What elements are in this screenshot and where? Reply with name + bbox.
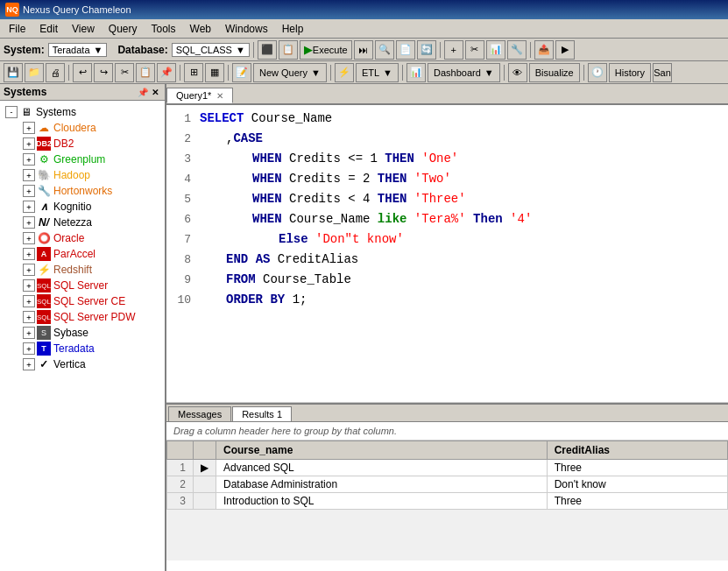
tree-item-greenplum[interactable]: + ⚙ Greenplum bbox=[21, 152, 161, 167]
expander-teradata[interactable]: + bbox=[23, 342, 35, 355]
toolbar-btn-2[interactable]: 📋 bbox=[279, 40, 298, 60]
expander-paraccel[interactable]: + bbox=[23, 248, 35, 260]
kognitio-icon: ∧ bbox=[37, 200, 51, 214]
toolbar-btn-1[interactable]: ⬛ bbox=[258, 40, 277, 60]
toolbar-btn-4[interactable]: 🔍 bbox=[375, 40, 394, 60]
menu-tools[interactable]: Tools bbox=[145, 21, 183, 37]
expander-systems[interactable]: - bbox=[5, 106, 18, 118]
print-btn[interactable]: 🖨 bbox=[46, 63, 65, 82]
etl-btn[interactable]: ETL▼ bbox=[356, 63, 399, 82]
menu-view[interactable]: View bbox=[65, 21, 102, 37]
kw-like: like bbox=[378, 212, 407, 226]
line-num-9: 9 bbox=[170, 271, 191, 290]
system-dropdown[interactable]: Teradata▼ bbox=[48, 43, 108, 57]
toolbar-btn-7[interactable]: + bbox=[444, 40, 463, 60]
toolbar-btn-11[interactable]: 📤 bbox=[534, 40, 554, 60]
db-dropdown[interactable]: SQL_CLASS▼ bbox=[172, 43, 250, 57]
systems-close-btn[interactable]: ✕ bbox=[149, 86, 161, 98]
etl-icon[interactable]: ⚡ bbox=[335, 63, 354, 82]
tree-item-db2[interactable]: + DB2 DB2 bbox=[21, 136, 161, 152]
undo-btn[interactable]: ↩ bbox=[73, 63, 92, 82]
history-btn[interactable]: History bbox=[609, 63, 651, 82]
tree-item-kognitio[interactable]: + ∧ Kognitio bbox=[21, 199, 161, 215]
menu-web[interactable]: Web bbox=[183, 21, 218, 37]
tree-item-sqlserverpdw[interactable]: + SQL SQL Server PDW bbox=[21, 309, 161, 325]
tree-item-teradata[interactable]: + T Teradata bbox=[21, 341, 161, 356]
kw-when-4: WHEN bbox=[252, 172, 282, 186]
redshift-icon: ⚡ bbox=[37, 263, 51, 277]
expander-sybase[interactable]: + bbox=[23, 327, 35, 339]
save-btn[interactable]: 💾 bbox=[4, 63, 23, 82]
query1-tab[interactable]: Query1* ✕ bbox=[166, 88, 233, 103]
col-header-credit-alias[interactable]: CreditAlias bbox=[547, 441, 727, 460]
tree-item-paraccel[interactable]: + A ParAccel bbox=[21, 246, 161, 262]
toolbar-btn-10[interactable]: 🔧 bbox=[507, 40, 527, 60]
tree-item-hadoop[interactable]: + 🐘 Hadoop bbox=[21, 167, 161, 183]
expander-hortonworks[interactable]: + bbox=[23, 185, 35, 197]
expander-hadoop[interactable]: + bbox=[23, 169, 35, 181]
san-btn[interactable]: San bbox=[653, 63, 672, 82]
messages-tab[interactable]: Messages bbox=[168, 406, 231, 421]
copy-btn[interactable]: 📋 bbox=[136, 63, 155, 82]
cell-course-name: Advanced SQL bbox=[216, 460, 548, 476]
menu-help[interactable]: Help bbox=[275, 21, 311, 37]
tree-item-sybase[interactable]: + S Sybase bbox=[21, 325, 161, 341]
expander-netezza[interactable]: + bbox=[23, 216, 35, 229]
query1-tab-close[interactable]: ✕ bbox=[216, 91, 223, 101]
bisualize-btn[interactable]: Bisualize bbox=[529, 63, 580, 82]
tree-item-hortonworks[interactable]: + 🔧 Hortonworks bbox=[21, 183, 161, 199]
paste-btn[interactable]: 📌 bbox=[157, 63, 176, 82]
vertica-icon: ✓ bbox=[37, 357, 51, 371]
redo-btn[interactable]: ↪ bbox=[94, 63, 113, 82]
tree-item-sqlserver[interactable]: + SQL SQL Server bbox=[21, 278, 161, 293]
open-btn[interactable]: 📁 bbox=[25, 63, 44, 82]
results-tab-bar: Messages Results 1 bbox=[166, 405, 728, 422]
systems-pin-btn[interactable]: 📌 bbox=[137, 86, 149, 98]
execute-btn[interactable]: ▶ Execute bbox=[300, 40, 352, 60]
col-header-course-name[interactable]: Course_name bbox=[216, 441, 548, 460]
cut-btn[interactable]: ✂ bbox=[115, 63, 134, 82]
tree-item-redshift[interactable]: + ⚡ Redshift bbox=[21, 262, 161, 278]
toolbar-btn-6[interactable]: 🔄 bbox=[417, 40, 436, 60]
tree-item-cloudera[interactable]: + ☁ Cloudera bbox=[21, 120, 161, 136]
tree-item-vertica[interactable]: + ✓ Vertica bbox=[21, 356, 161, 372]
tree-label-sqlserver: SQL Server bbox=[53, 279, 108, 292]
expander-vertica[interactable]: + bbox=[23, 358, 35, 370]
expander-sqlserverpdw[interactable]: + bbox=[23, 311, 35, 323]
menu-windows[interactable]: Windows bbox=[218, 21, 275, 37]
tree-root-systems[interactable]: - 🖥 Systems bbox=[4, 104, 161, 120]
tree-item-oracle[interactable]: + ⭕ Oracle bbox=[21, 230, 161, 246]
toolbar-btn-5[interactable]: 📄 bbox=[396, 40, 415, 60]
dashboard-btn[interactable]: Dashboard▼ bbox=[428, 63, 500, 82]
code-editor[interactable]: 1 SELECT Course_Name 2 ,CASE 3 WHEN Cred… bbox=[166, 105, 728, 403]
new-query-btn[interactable]: New Query▼ bbox=[253, 63, 327, 82]
expander-greenplum[interactable]: + bbox=[23, 153, 35, 166]
code-line-5: 5 WHEN Credits < 4 THEN 'Three' bbox=[170, 189, 724, 209]
tree-item-sqlserverce[interactable]: + SQL SQL Server CE bbox=[21, 293, 161, 309]
paraccel-icon: A bbox=[37, 247, 51, 261]
expander-db2[interactable]: + bbox=[23, 137, 35, 150]
layout-btn[interactable]: ▦ bbox=[205, 63, 224, 82]
expander-kognitio[interactable]: + bbox=[23, 201, 35, 213]
menu-edit[interactable]: Edit bbox=[32, 21, 65, 37]
grid-btn[interactable]: ⊞ bbox=[184, 63, 203, 82]
expander-sqlserver[interactable]: + bbox=[23, 279, 35, 292]
dashboard-icon[interactable]: 📊 bbox=[406, 63, 426, 82]
new-query-icon[interactable]: 📝 bbox=[232, 63, 251, 82]
menu-file[interactable]: File bbox=[2, 21, 32, 37]
results1-tab[interactable]: Results 1 bbox=[232, 406, 292, 421]
menu-query[interactable]: Query bbox=[102, 21, 145, 37]
tree-item-netezza[interactable]: + N/ Netezza bbox=[21, 215, 161, 230]
expander-sqlserverce[interactable]: + bbox=[23, 295, 35, 307]
toolbar-btn-3[interactable]: ⏭ bbox=[354, 40, 373, 60]
expander-redshift[interactable]: + bbox=[23, 264, 35, 276]
expander-oracle[interactable]: + bbox=[23, 232, 35, 244]
tree-label-sqlserverpdw: SQL Server PDW bbox=[53, 311, 136, 323]
toolbar-btn-8[interactable]: ✂ bbox=[465, 40, 484, 60]
bisualize-icon[interactable]: 👁 bbox=[508, 63, 527, 82]
toolbar-btn-12[interactable]: ▶ bbox=[555, 40, 575, 60]
code-line-3: 3 WHEN Credits <= 1 THEN 'One' bbox=[170, 149, 724, 169]
history-icon[interactable]: 🕐 bbox=[588, 63, 607, 82]
toolbar-btn-9[interactable]: 📊 bbox=[486, 40, 505, 60]
expander-cloudera[interactable]: + bbox=[23, 122, 35, 134]
